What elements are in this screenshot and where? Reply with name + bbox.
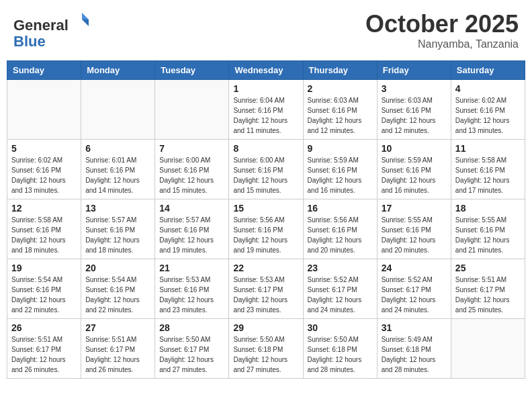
day-number: 20 bbox=[85, 263, 150, 273]
calendar-day-cell: 6Sunrise: 6:01 AMSunset: 6:16 PMDaylight… bbox=[81, 140, 155, 199]
month-title: October 2025 bbox=[365, 10, 519, 38]
logo-general-text: General bbox=[13, 17, 69, 34]
title-block: October 2025 Nanyamba, Tanzania bbox=[365, 10, 519, 50]
calendar-day-cell: 10Sunrise: 5:59 AMSunset: 6:16 PMDayligh… bbox=[377, 140, 451, 199]
day-info: Sunrise: 5:54 AMSunset: 6:16 PMDaylight:… bbox=[85, 275, 150, 315]
calendar-week-row: 26Sunrise: 5:51 AMSunset: 6:17 PMDayligh… bbox=[7, 319, 525, 379]
calendar-day-cell: 27Sunrise: 5:51 AMSunset: 6:17 PMDayligh… bbox=[81, 319, 155, 379]
day-info: Sunrise: 5:58 AMSunset: 6:16 PMDaylight:… bbox=[11, 215, 77, 255]
day-number: 2 bbox=[308, 83, 373, 94]
calendar-day-cell: 30Sunrise: 5:50 AMSunset: 6:18 PMDayligh… bbox=[303, 319, 377, 379]
calendar-day-cell: 4Sunrise: 6:02 AMSunset: 6:16 PMDaylight… bbox=[451, 80, 525, 140]
day-number: 19 bbox=[11, 263, 77, 273]
calendar-day-cell: 28Sunrise: 5:50 AMSunset: 6:17 PMDayligh… bbox=[155, 319, 229, 379]
day-info: Sunrise: 6:01 AMSunset: 6:16 PMDaylight:… bbox=[85, 155, 150, 195]
day-info: Sunrise: 5:57 AMSunset: 6:16 PMDaylight:… bbox=[85, 215, 150, 255]
calendar-header-row: SundayMondayTuesdayWednesdayThursdayFrid… bbox=[7, 61, 525, 80]
calendar-day-cell: 31Sunrise: 5:49 AMSunset: 6:18 PMDayligh… bbox=[377, 319, 451, 379]
calendar-day-cell: 19Sunrise: 5:54 AMSunset: 6:16 PMDayligh… bbox=[7, 259, 81, 319]
day-number: 18 bbox=[455, 203, 521, 214]
calendar-week-row: 1Sunrise: 6:04 AMSunset: 6:16 PMDaylight… bbox=[7, 80, 525, 140]
day-number: 8 bbox=[233, 143, 298, 154]
day-number: 4 bbox=[455, 83, 521, 94]
calendar-day-cell: 13Sunrise: 5:57 AMSunset: 6:16 PMDayligh… bbox=[81, 199, 155, 259]
day-number: 12 bbox=[11, 203, 77, 214]
day-number: 26 bbox=[11, 322, 77, 333]
day-info: Sunrise: 5:59 AMSunset: 6:16 PMDaylight:… bbox=[308, 155, 373, 195]
day-info: Sunrise: 5:57 AMSunset: 6:16 PMDaylight:… bbox=[159, 215, 224, 255]
day-number: 21 bbox=[159, 263, 224, 273]
calendar-day-cell: 3Sunrise: 6:03 AMSunset: 6:16 PMDaylight… bbox=[377, 80, 451, 140]
day-number: 10 bbox=[382, 143, 447, 154]
calendar-day-header: Wednesday bbox=[229, 61, 303, 80]
day-number: 30 bbox=[308, 322, 373, 333]
day-info: Sunrise: 6:04 AMSunset: 6:16 PMDaylight:… bbox=[233, 95, 298, 136]
day-number: 22 bbox=[233, 263, 298, 273]
day-number: 14 bbox=[159, 203, 224, 214]
day-number: 27 bbox=[85, 322, 150, 333]
day-number: 31 bbox=[382, 322, 447, 333]
day-info: Sunrise: 5:54 AMSunset: 6:16 PMDaylight:… bbox=[11, 275, 77, 315]
calendar-day-header: Friday bbox=[377, 61, 451, 80]
day-info: Sunrise: 5:56 AMSunset: 6:16 PMDaylight:… bbox=[308, 215, 373, 255]
day-info: Sunrise: 5:58 AMSunset: 6:16 PMDaylight:… bbox=[455, 155, 521, 195]
day-info: Sunrise: 5:51 AMSunset: 6:17 PMDaylight:… bbox=[85, 334, 150, 375]
calendar-day-cell: 17Sunrise: 5:55 AMSunset: 6:16 PMDayligh… bbox=[377, 199, 451, 259]
day-number: 13 bbox=[85, 203, 150, 214]
calendar-day-cell: 25Sunrise: 5:51 AMSunset: 6:17 PMDayligh… bbox=[451, 259, 525, 319]
day-number: 5 bbox=[11, 143, 77, 154]
calendar-day-cell: 21Sunrise: 5:53 AMSunset: 6:16 PMDayligh… bbox=[155, 259, 229, 319]
svg-marker-0 bbox=[82, 13, 89, 19]
day-info: Sunrise: 5:50 AMSunset: 6:18 PMDaylight:… bbox=[308, 334, 373, 375]
day-number: 23 bbox=[308, 263, 373, 273]
calendar-day-header: Monday bbox=[81, 61, 155, 80]
calendar-day-cell: 18Sunrise: 5:55 AMSunset: 6:16 PMDayligh… bbox=[451, 199, 525, 259]
day-number: 11 bbox=[455, 143, 521, 154]
day-info: Sunrise: 5:59 AMSunset: 6:16 PMDaylight:… bbox=[382, 155, 447, 195]
day-info: Sunrise: 6:02 AMSunset: 6:16 PMDaylight:… bbox=[11, 155, 77, 195]
calendar-day-cell bbox=[451, 319, 525, 379]
logo: General Blue bbox=[13, 10, 90, 50]
calendar-day-cell: 12Sunrise: 5:58 AMSunset: 6:16 PMDayligh… bbox=[7, 199, 81, 259]
day-info: Sunrise: 6:03 AMSunset: 6:16 PMDaylight:… bbox=[382, 95, 447, 136]
svg-marker-1 bbox=[82, 19, 89, 26]
calendar-day-cell: 11Sunrise: 5:58 AMSunset: 6:16 PMDayligh… bbox=[451, 140, 525, 199]
calendar-day-cell: 24Sunrise: 5:52 AMSunset: 6:17 PMDayligh… bbox=[377, 259, 451, 319]
day-info: Sunrise: 6:00 AMSunset: 6:16 PMDaylight:… bbox=[159, 155, 224, 195]
calendar-week-row: 19Sunrise: 5:54 AMSunset: 6:16 PMDayligh… bbox=[7, 259, 525, 319]
calendar-day-cell: 7Sunrise: 6:00 AMSunset: 6:16 PMDaylight… bbox=[155, 140, 229, 199]
calendar-day-cell bbox=[7, 80, 81, 140]
calendar-day-header: Saturday bbox=[451, 61, 525, 80]
day-info: Sunrise: 5:52 AMSunset: 6:17 PMDaylight:… bbox=[308, 275, 373, 315]
logo-blue-text: Blue bbox=[13, 33, 46, 50]
day-info: Sunrise: 6:00 AMSunset: 6:16 PMDaylight:… bbox=[233, 155, 298, 195]
day-info: Sunrise: 5:50 AMSunset: 6:17 PMDaylight:… bbox=[159, 334, 224, 375]
day-info: Sunrise: 5:52 AMSunset: 6:17 PMDaylight:… bbox=[382, 275, 447, 315]
calendar-week-row: 5Sunrise: 6:02 AMSunset: 6:16 PMDaylight… bbox=[7, 140, 525, 199]
day-number: 15 bbox=[233, 203, 298, 214]
calendar-day-cell bbox=[155, 80, 229, 140]
day-number: 1 bbox=[233, 83, 298, 94]
calendar-day-cell: 15Sunrise: 5:56 AMSunset: 6:16 PMDayligh… bbox=[229, 199, 303, 259]
calendar-day-cell: 16Sunrise: 5:56 AMSunset: 6:16 PMDayligh… bbox=[303, 199, 377, 259]
calendar-day-cell: 9Sunrise: 5:59 AMSunset: 6:16 PMDaylight… bbox=[303, 140, 377, 199]
day-info: Sunrise: 6:03 AMSunset: 6:16 PMDaylight:… bbox=[308, 95, 373, 136]
day-info: Sunrise: 5:51 AMSunset: 6:17 PMDaylight:… bbox=[455, 275, 521, 315]
calendar-day-cell: 26Sunrise: 5:51 AMSunset: 6:17 PMDayligh… bbox=[7, 319, 81, 379]
day-info: Sunrise: 5:55 AMSunset: 6:16 PMDaylight:… bbox=[455, 215, 521, 255]
day-number: 16 bbox=[308, 203, 373, 214]
calendar-day-cell: 8Sunrise: 6:00 AMSunset: 6:16 PMDaylight… bbox=[229, 140, 303, 199]
day-number: 6 bbox=[85, 143, 150, 154]
day-number: 3 bbox=[382, 83, 447, 94]
logo-icon bbox=[70, 10, 90, 30]
day-number: 24 bbox=[382, 263, 447, 273]
day-number: 17 bbox=[382, 203, 447, 214]
day-info: Sunrise: 5:49 AMSunset: 6:18 PMDaylight:… bbox=[382, 334, 447, 375]
day-info: Sunrise: 5:51 AMSunset: 6:17 PMDaylight:… bbox=[11, 334, 77, 375]
calendar-day-cell: 1Sunrise: 6:04 AMSunset: 6:16 PMDaylight… bbox=[229, 80, 303, 140]
calendar-week-row: 12Sunrise: 5:58 AMSunset: 6:16 PMDayligh… bbox=[7, 199, 525, 259]
day-info: Sunrise: 5:55 AMSunset: 6:16 PMDaylight:… bbox=[382, 215, 447, 255]
day-info: Sunrise: 5:53 AMSunset: 6:16 PMDaylight:… bbox=[159, 275, 224, 315]
day-info: Sunrise: 5:53 AMSunset: 6:17 PMDaylight:… bbox=[233, 275, 298, 315]
day-info: Sunrise: 5:56 AMSunset: 6:16 PMDaylight:… bbox=[233, 215, 298, 255]
